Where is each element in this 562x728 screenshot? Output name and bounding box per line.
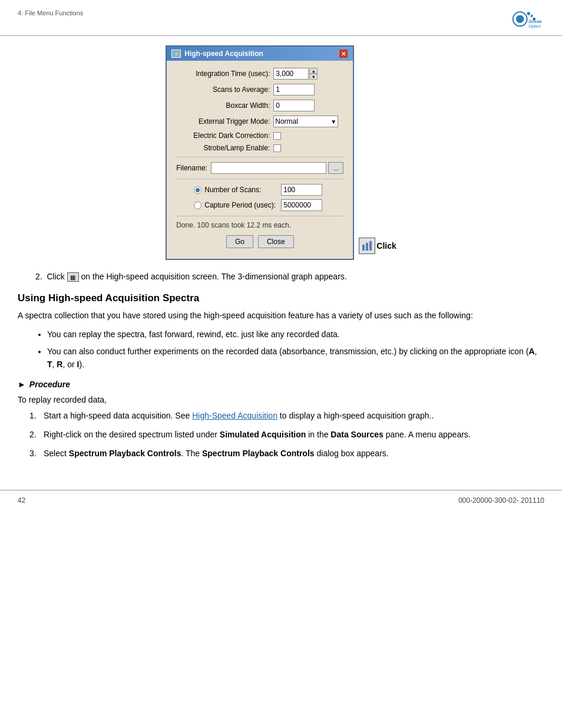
click-annotation: Click — [356, 45, 396, 260]
separator-1 — [176, 157, 343, 157]
spinner-buttons: ▲ ▼ — [309, 68, 318, 80]
radio-section: Number of Scans: Capture Period (usec): — [176, 184, 343, 211]
svg-point-2 — [527, 12, 530, 15]
separator-3 — [176, 216, 343, 216]
spinner-down[interactable]: ▼ — [309, 74, 318, 80]
step-2-content: Right-click on the desired spectrum list… — [44, 428, 544, 441]
trigger-mode-label: External Trigger Mode: — [176, 117, 273, 126]
num-scans-radio[interactable] — [194, 186, 201, 194]
capture-period-radio[interactable] — [194, 202, 201, 209]
step-3-num: 3. — [29, 447, 44, 460]
dark-correction-checkbox[interactable] — [273, 132, 281, 140]
step-1-num: 1. — [29, 409, 44, 422]
svg-rect-8 — [366, 243, 368, 251]
logo-area: Ocean Optics — [509, 7, 544, 31]
svg-point-1 — [516, 15, 524, 23]
capture-period-label: Capture Period (usec): — [204, 201, 281, 209]
step-2: 2. Right-click on the desired spectrum l… — [29, 428, 544, 441]
step2-text: on the High-speed acquisition screen. Th… — [81, 272, 347, 281]
dialog-box: ⚡ High-speed Acquisition ✕ Integration T… — [166, 45, 354, 260]
svg-point-3 — [531, 15, 533, 17]
step-1-content: Start a high-speed data acquisition. See… — [44, 409, 544, 422]
integration-time-row: Integration Time (usec): ▲ ▼ — [176, 68, 343, 80]
strobe-row: Strobe/Lamp Enable: — [176, 144, 343, 152]
integration-time-spinner[interactable]: ▲ ▼ — [273, 68, 318, 80]
filename-row: Filename: ... — [176, 162, 343, 174]
scans-average-row: Scans to Average: — [176, 84, 343, 95]
scans-average-label: Scans to Average: — [176, 85, 273, 94]
dark-correction-row: Electric Dark Correction: — [176, 131, 343, 140]
close-button[interactable]: Close — [258, 235, 294, 248]
step2-number: 2. Click — [35, 272, 67, 281]
page-wrapper: 4: File Menu Functions Ocean Optics — [0, 0, 562, 510]
svg-rect-9 — [369, 241, 372, 251]
select-arrow-icon: ▼ — [330, 118, 336, 125]
num-scans-row: Number of Scans: — [176, 184, 343, 196]
step2-icon: ▦ — [67, 272, 79, 282]
browse-button[interactable]: ... — [328, 162, 343, 174]
boxcar-width-input[interactable] — [273, 100, 315, 111]
bullet-item-1: You can replay the spectra, fast forward… — [47, 328, 544, 341]
num-scans-input[interactable] — [281, 184, 322, 196]
dialog-title-icon: ⚡ — [171, 50, 181, 58]
bullet-list: You can replay the spectra, fast forward… — [47, 328, 544, 371]
page-content: ⚡ High-speed Acquisition ✕ Integration T… — [0, 36, 562, 478]
strobe-label: Strobe/Lamp Enable: — [176, 144, 273, 152]
3d-graph-icon — [361, 240, 373, 252]
scans-average-input[interactable] — [273, 84, 315, 95]
boxcar-width-label: Boxcar Width: — [176, 101, 273, 110]
capture-period-input[interactable] — [281, 199, 322, 211]
page-number: 42 — [18, 496, 25, 505]
click-icon-box — [359, 238, 375, 254]
procedure-heading: ► Procedure — [18, 380, 544, 389]
filename-input[interactable] — [211, 162, 326, 174]
step-3-content: Select Spectrum Playback Controls. The S… — [44, 447, 544, 460]
boxcar-width-row: Boxcar Width: — [176, 100, 343, 111]
dark-correction-label: Electric Dark Correction: — [176, 131, 273, 140]
strobe-checkbox[interactable] — [273, 144, 281, 152]
high-speed-link[interactable]: High-Speed Acquisition — [192, 411, 277, 420]
procedure-label: Procedure — [29, 380, 70, 389]
chapter-label: 4: File Menu Functions — [18, 7, 83, 17]
filename-label: Filename: — [176, 164, 211, 172]
section-intro: A spectra collection that you have store… — [18, 309, 544, 322]
dialog-titlebar-left: ⚡ High-speed Acquisition — [171, 50, 263, 58]
ocean-optics-logo: Ocean Optics — [509, 7, 544, 31]
svg-text:Optics: Optics — [528, 24, 541, 29]
doc-id: 000-20000-300-02- 201110 — [458, 496, 544, 505]
spinner-up[interactable]: ▲ — [309, 68, 318, 74]
separator-2 — [176, 179, 343, 179]
procedure-intro: To replay recorded data, — [18, 395, 544, 404]
step-3: 3. Select Spectrum Playback Controls. Th… — [29, 447, 544, 460]
svg-rect-7 — [362, 245, 365, 251]
click-icon-area: Click — [359, 238, 396, 254]
page-footer: 42 000-20000-300-02- 201110 — [0, 490, 562, 510]
dialog-body: Integration Time (usec): ▲ ▼ Scans to Av… — [167, 61, 353, 259]
step-1: 1. Start a high-speed data acquisition. … — [29, 409, 544, 422]
trigger-mode-row: External Trigger Mode: Normal ▼ — [176, 116, 343, 127]
status-text: Done. 100 scans took 12.2 ms each. — [176, 221, 343, 229]
section-heading: Using High-speed Acquisition Spectra — [18, 292, 544, 304]
click-label: Click — [376, 241, 396, 251]
step2-paragraph: 2. Click ▦ on the High-speed acquisition… — [35, 271, 544, 283]
numbered-steps: 1. Start a high-speed data acquisition. … — [29, 409, 544, 460]
integration-time-label: Integration Time (usec): — [176, 70, 273, 78]
dialog-buttons: Go Close — [176, 235, 343, 253]
bullet-item-2: You can also conduct further experiments… — [47, 345, 544, 371]
dialog-container: ⚡ High-speed Acquisition ✕ Integration T… — [18, 45, 544, 260]
procedure-arrow-icon: ► — [18, 380, 26, 389]
integration-time-input[interactable] — [273, 68, 309, 80]
dialog-titlebar: ⚡ High-speed Acquisition ✕ — [167, 47, 353, 61]
dialog-close-button[interactable]: ✕ — [339, 49, 348, 58]
go-button[interactable]: Go — [226, 235, 253, 248]
trigger-mode-value: Normal — [275, 117, 298, 126]
num-scans-label: Number of Scans: — [204, 186, 281, 194]
step-2-num: 2. — [29, 428, 44, 441]
dialog-title: High-speed Acquisition — [184, 50, 263, 58]
capture-period-row: Capture Period (usec): — [176, 199, 343, 211]
trigger-mode-select[interactable]: Normal ▼ — [273, 116, 338, 127]
page-header: 4: File Menu Functions Ocean Optics — [0, 0, 562, 36]
